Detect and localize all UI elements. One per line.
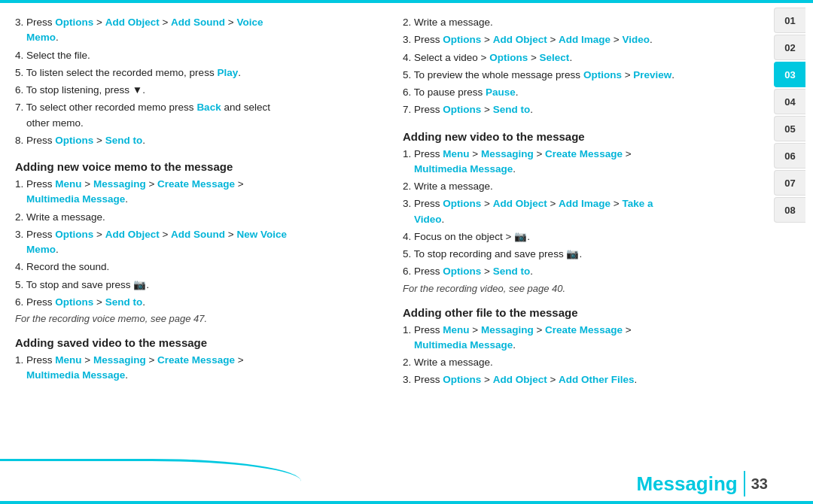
list-item: 4. Focus on the object > 📷. (403, 229, 768, 244)
tab-04[interactable]: 04 (774, 89, 805, 114)
link-options10: Options (443, 266, 481, 277)
link-video: Video (622, 34, 650, 45)
list-item: 3. Press Options > Add Object > Add Soun… (15, 15, 380, 46)
link-create-msg4: Create Message (545, 324, 623, 335)
tab-06[interactable]: 06 (774, 143, 805, 169)
link-messaging2: Messaging (93, 354, 146, 366)
link-send-to3: Send to (493, 104, 531, 115)
link-preview: Preview (633, 69, 671, 80)
link-add-object2: Add Object (105, 229, 160, 240)
link-video2: Video (414, 214, 442, 225)
left-column: 3. Press Options > Add Object > Add Soun… (15, 8, 380, 466)
list-item: 1. Press Menu > Messaging > Create Messa… (15, 177, 380, 208)
link-take-video: Take a (622, 198, 653, 209)
link-options8: Options (443, 104, 481, 115)
section-heading-saved-video: Adding saved video to the message (15, 336, 380, 349)
link-menu3: Menu (443, 148, 469, 159)
other-file-steps: 1. Press Menu > Messaging > Create Messa… (403, 323, 768, 388)
tab-03[interactable]: 03 (774, 62, 805, 87)
link-select: Select (540, 52, 570, 63)
link-send-to4: Send to (493, 266, 531, 277)
list-item: 5. To stop and save press 📷. (15, 278, 380, 293)
list-item: 2. Write a message. (403, 179, 768, 194)
link-add-object3: Add Object (493, 34, 547, 45)
list-item: 1. Press Menu > Messaging > Create Messa… (403, 323, 768, 354)
list-item: 6. To pause press Pause. (403, 85, 768, 100)
link-send-to2: Send to (105, 296, 143, 308)
link-add-object5: Add Object (493, 374, 547, 385)
note-video: For the recording video, see page 40. (403, 283, 768, 294)
link-menu2: Menu (55, 354, 81, 366)
link-new-voice: New Voice (236, 229, 287, 240)
intro-steps-col1: 3. Press Options > Add Object > Add Soun… (15, 15, 380, 148)
section-other-file: Adding other file to the message 1. Pres… (403, 306, 768, 388)
link-options: Options (55, 17, 93, 28)
list-item: 3. Press Options > Add Object > Add Imag… (403, 196, 768, 227)
list-item: 1. Press Menu > Messaging > Create Messa… (15, 353, 380, 384)
list-item: 5. To preview the whole message press Op… (403, 68, 768, 83)
link-multimedia2: Multimedia Message (26, 369, 125, 381)
list-item: 3. Press Options > Add Object > Add Imag… (403, 32, 768, 47)
link-options4: Options (55, 296, 93, 308)
top-bar (0, 0, 813, 3)
step-list-col2: 2. Write a message. 3. Press Options > A… (403, 15, 768, 118)
list-item: 6. Press Options > Send to. (403, 264, 768, 279)
link-options7: Options (583, 69, 622, 80)
tab-08[interactable]: 08 (774, 197, 805, 223)
link-add-sound: Add Sound (171, 17, 225, 28)
footer-divider (744, 471, 745, 496)
section-voice-memo: Adding new voice memo to the message 1. … (15, 160, 380, 324)
link-pause: Pause (486, 87, 516, 98)
link-multimedia3: Multimedia Message (414, 163, 513, 175)
list-item: 4. Select a video > Options > Select. (403, 50, 768, 65)
link-multimedia: Multimedia Message (26, 193, 125, 205)
list-item: 2. Write a message. (403, 15, 768, 30)
section-heading-other-file: Adding other file to the message (403, 306, 768, 319)
step-list: 3. Press Options > Add Object > Add Soun… (15, 15, 380, 148)
link-create-msg2: Create Message (157, 354, 235, 366)
list-item: 2. Write a message. (15, 210, 380, 225)
saved-video-steps: 1. Press Menu > Messaging > Create Messa… (15, 353, 380, 384)
list-item: 4. Select the file. (15, 48, 380, 63)
section-saved-video: Adding saved video to the message 1. Pre… (15, 336, 380, 384)
link-menu: Menu (55, 178, 81, 190)
list-item: 7. Press Options > Send to. (403, 102, 768, 117)
tab-07[interactable]: 07 (774, 170, 805, 196)
list-item: 3. Press Options > Add Object > Add Othe… (403, 372, 768, 387)
link-options3: Options (55, 229, 93, 240)
link-multimedia4: Multimedia Message (414, 339, 513, 351)
list-item: 3. Press Options > Add Object > Add Soun… (15, 227, 380, 258)
section-heading-new-video: Adding new video to the message (403, 130, 768, 143)
list-item: 6. To stop listening, press ▼. (15, 83, 380, 98)
list-item: 7. To select other recorded memo press B… (15, 100, 380, 131)
link-add-image2: Add Image (559, 198, 611, 209)
intro-steps-col2: 2. Write a message. 3. Press Options > A… (403, 15, 768, 118)
main-content: 3. Press Options > Add Object > Add Soun… (15, 8, 768, 466)
list-item: 4. Record the sound. (15, 260, 380, 275)
link-create-msg3: Create Message (545, 148, 623, 159)
link-add-object4: Add Object (493, 198, 547, 209)
tab-02[interactable]: 02 (774, 35, 805, 60)
list-item: 2. Write a message. (403, 355, 768, 370)
tab-05[interactable]: 05 (774, 116, 805, 141)
link-add-sound2: Add Sound (171, 229, 225, 240)
link-menu4: Menu (443, 324, 469, 335)
bottom-bar (0, 501, 813, 504)
section-heading-voice-memo: Adding new voice memo to the message (15, 160, 380, 173)
link-memo2: Memo (26, 244, 56, 255)
link-add-other: Add Other Files (559, 374, 635, 385)
link-back: Back (196, 102, 221, 113)
list-item: 8. Press Options > Send to. (15, 133, 380, 148)
list-item: 5. To stop recording and save press 📷. (403, 247, 768, 262)
right-column: 2. Write a message. 3. Press Options > A… (403, 8, 768, 466)
link-send-to: Send to (105, 135, 143, 146)
footer-brand: Messaging 33 (636, 471, 768, 496)
tab-01[interactable]: 01 (774, 8, 805, 33)
link-messaging: Messaging (93, 178, 146, 190)
sidebar: 01 02 03 04 05 06 07 08 (774, 0, 813, 504)
section-new-video: Adding new video to the message 1. Press… (403, 130, 768, 294)
link-add-object: Add Object (105, 17, 160, 28)
link-add-image: Add Image (559, 34, 611, 45)
footer-messaging-text: Messaging (636, 472, 737, 496)
link-options9: Options (443, 198, 481, 209)
